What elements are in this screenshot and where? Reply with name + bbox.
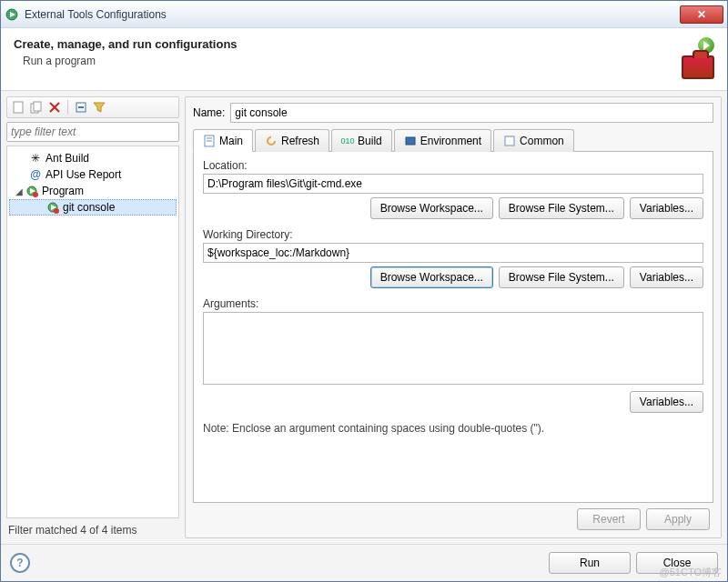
window: External Tools Configurations ✕ Create, … <box>0 0 728 582</box>
config-tree: ✳ Ant Build @ API Use Report ◢ Program g… <box>6 146 179 518</box>
svg-rect-2 <box>14 102 23 113</box>
workdir-input[interactable] <box>203 243 703 263</box>
tab-bar: Main Refresh 010 Build Environment Commo… <box>193 128 713 152</box>
tree-item-api-use-report[interactable]: @ API Use Report <box>9 166 177 183</box>
environment-icon <box>404 135 417 147</box>
right-panel: Name: Main Refresh 010 Build E <box>185 96 722 538</box>
arguments-input[interactable] <box>203 312 703 385</box>
window-close-button[interactable]: ✕ <box>680 5 723 24</box>
tab-main[interactable]: Main <box>193 129 253 152</box>
workdir-label: Working Directory: <box>203 228 703 241</box>
apply-button[interactable]: Apply <box>646 508 710 530</box>
program-icon <box>46 201 59 214</box>
left-toolbar <box>6 96 179 118</box>
revert-button[interactable]: Revert <box>577 508 641 530</box>
arguments-note: Note: Enclose an argument containing spa… <box>203 422 703 435</box>
filter-status: Filter matched 4 of 4 items <box>6 518 179 538</box>
arguments-label: Arguments: <box>203 297 703 310</box>
refresh-icon <box>265 135 278 147</box>
location-browse-filesystem-button[interactable]: Browse File System... <box>499 197 624 219</box>
watermark: @51CTO博客 <box>660 566 722 579</box>
svg-point-14 <box>54 208 59 214</box>
collapse-all-icon[interactable] <box>74 100 88 115</box>
filter-input[interactable] <box>6 122 179 142</box>
location-variables-button[interactable]: Variables... <box>630 197 703 219</box>
workdir-browse-filesystem-button[interactable]: Browse File System... <box>499 266 624 288</box>
new-config-icon[interactable] <box>11 100 25 115</box>
location-browse-workspace-button[interactable]: Browse Workspace... <box>370 197 493 219</box>
delete-config-icon[interactable] <box>47 100 62 115</box>
tree-item-git-console[interactable]: git console <box>9 199 177 216</box>
window-title: External Tools Configurations <box>25 8 680 21</box>
header: Create, manage, and run configurations R… <box>1 28 727 91</box>
ant-icon: ✳ <box>29 152 42 165</box>
location-input[interactable] <box>203 174 703 194</box>
header-title: Create, manage, and run configurations <box>14 37 682 51</box>
svg-rect-4 <box>34 102 41 111</box>
tab-common[interactable]: Common <box>493 129 574 152</box>
main-area: ✳ Ant Build @ API Use Report ◢ Program g… <box>1 91 727 544</box>
tree-item-program[interactable]: ◢ Program <box>9 183 177 199</box>
tab-environment[interactable]: Environment <box>394 129 491 152</box>
tab-refresh[interactable]: Refresh <box>255 129 329 152</box>
tab-build[interactable]: 010 Build <box>331 129 392 152</box>
svg-point-11 <box>33 192 38 197</box>
tab-main-body: Location: Browse Workspace... Browse Fil… <box>193 152 713 503</box>
main-tab-icon <box>203 135 216 147</box>
titlebar: External Tools Configurations ✕ <box>1 1 727 28</box>
name-input[interactable] <box>230 103 713 123</box>
footer: ? Run Close <box>1 544 727 581</box>
help-icon[interactable]: ? <box>10 553 30 573</box>
svg-rect-18 <box>406 137 415 145</box>
tree-item-ant-build[interactable]: ✳ Ant Build <box>9 150 177 166</box>
app-icon <box>5 7 19 22</box>
common-icon <box>503 135 516 147</box>
at-icon: @ <box>29 168 42 181</box>
twisty-icon[interactable]: ◢ <box>15 186 24 196</box>
run-button[interactable]: Run <box>549 552 631 574</box>
left-panel: ✳ Ant Build @ API Use Report ◢ Program g… <box>6 96 179 538</box>
program-icon <box>25 185 38 197</box>
workdir-browse-workspace-button[interactable]: Browse Workspace... <box>370 266 493 288</box>
toolbox-icon <box>682 55 714 79</box>
arguments-variables-button[interactable]: Variables... <box>630 391 703 413</box>
build-icon: 010 <box>341 135 354 147</box>
location-label: Location: <box>203 159 703 172</box>
workdir-variables-button[interactable]: Variables... <box>630 266 703 288</box>
header-subtitle: Run a program <box>23 55 682 67</box>
svg-rect-19 <box>505 136 514 146</box>
name-label: Name: <box>193 106 225 119</box>
filter-menu-icon[interactable] <box>92 100 106 115</box>
duplicate-config-icon[interactable] <box>29 100 44 115</box>
